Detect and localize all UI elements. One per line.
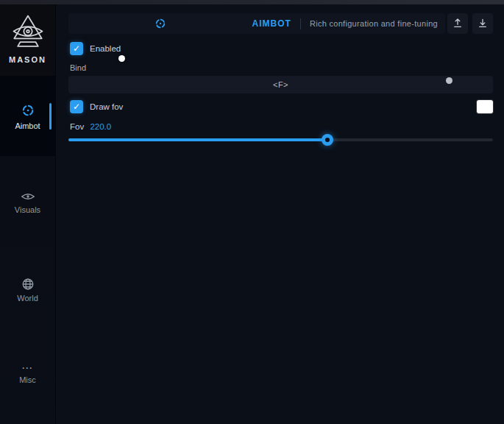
sidebar-item-aimbot[interactable]: Aimbot (0, 76, 55, 156)
header-divider (300, 18, 301, 29)
app-window: MASON Aimbot Visuals World (0, 0, 504, 424)
main-content: AIMBOT Rich configuration and fine-tunin… (56, 4, 504, 424)
sidebar-item-misc[interactable]: ⋯ Misc (0, 364, 55, 384)
fov-slider[interactable] (68, 138, 493, 141)
export-config-button[interactable] (447, 13, 468, 34)
page-subtitle: Rich configuration and fine-tuning (310, 19, 438, 28)
sidebar-item-visuals[interactable]: Visuals (0, 191, 55, 214)
draw-fov-color-swatch[interactable] (477, 100, 493, 113)
crosshair-icon (155, 18, 166, 29)
check-icon: ✓ (73, 44, 80, 53)
fov-value-row: Fov 220.0 (70, 122, 111, 131)
brand-logo: MASON (0, 13, 55, 64)
import-config-button[interactable] (472, 13, 493, 34)
eye-icon (21, 191, 35, 202)
mouse-cursor-dot (118, 55, 125, 62)
draw-fov-checkbox[interactable]: ✓ (70, 100, 83, 113)
fov-value: 220.0 (90, 122, 111, 131)
bind-label: Bind (70, 63, 86, 72)
draw-fov-label: Draw fov (90, 100, 123, 113)
ellipsis-icon: ⋯ (0, 364, 55, 372)
sidebar-item-label: Aimbot (0, 121, 55, 130)
sidebar-item-label: Visuals (0, 205, 55, 214)
fov-label: Fov (70, 122, 84, 131)
sidebar-item-world[interactable]: World (0, 278, 55, 303)
check-icon: ✓ (73, 102, 80, 111)
enabled-label: Enabled (90, 42, 121, 55)
sidebar-item-label: World (0, 294, 55, 303)
bind-input[interactable]: <F> (68, 76, 493, 93)
active-tab-indicator (49, 103, 52, 130)
page-title: AIMBOT (252, 18, 291, 29)
drag-dot (446, 77, 452, 84)
download-icon (477, 18, 489, 29)
sidebar: MASON Aimbot Visuals World (0, 4, 56, 424)
upload-icon (452, 18, 464, 29)
crosshair-icon (21, 103, 35, 118)
brand-name: MASON (0, 55, 55, 64)
bind-value: <F> (273, 80, 288, 89)
fov-slider-fill (68, 138, 327, 141)
globe-icon (21, 278, 35, 291)
page-header: AIMBOT Rich configuration and fine-tunin… (68, 13, 445, 34)
sidebar-item-label: Misc (0, 375, 55, 384)
eye-pyramid-icon (9, 13, 47, 53)
slider-handle-dot (325, 138, 330, 142)
enabled-checkbox[interactable]: ✓ (70, 42, 83, 55)
fov-slider-handle[interactable] (322, 134, 333, 146)
